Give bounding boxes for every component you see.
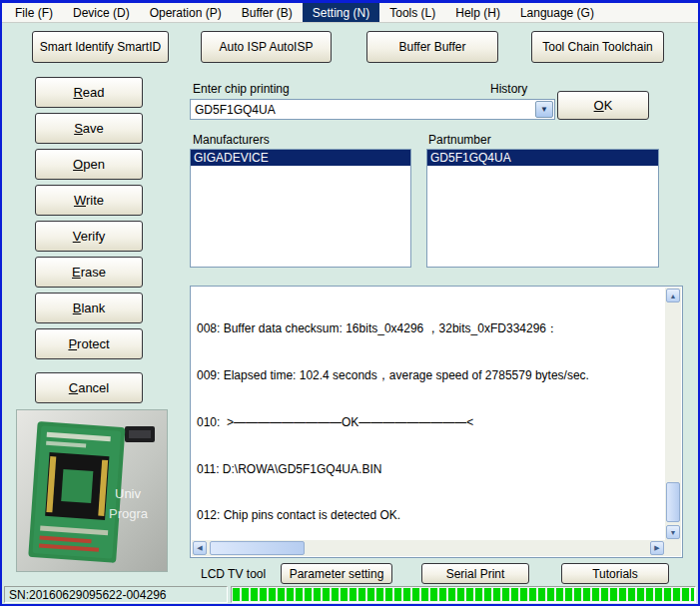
erase-button[interactable]: Erase [35, 257, 143, 288]
scroll-down-icon[interactable]: ▼ [666, 525, 680, 539]
menu-device[interactable]: Device (D) [63, 3, 140, 22]
scroll-left-icon[interactable]: ◀ [193, 541, 207, 555]
menu-file[interactable]: File (F) [5, 3, 63, 22]
manufacturer-item[interactable]: GIGADEVICE [191, 150, 410, 166]
chevron-down-icon: ▼ [540, 105, 548, 114]
partnumber-label: Partnumber [428, 133, 491, 147]
svg-text:Univ: Univ [115, 486, 142, 501]
ok-button[interactable]: OK [557, 91, 649, 120]
log-text: 008: Buffer data checksum: 16bits_0x4296… [193, 291, 664, 539]
serial-number-panel: SN:20160629095622-004296 [4, 586, 228, 603]
chip-combobox[interactable]: GD5F1GQ4UA ▼ [190, 99, 555, 120]
menu-buffer[interactable]: Buffer (B) [232, 3, 303, 22]
blank-button[interactable]: Blank [35, 293, 143, 323]
write-button[interactable]: Write [35, 185, 143, 216]
buffer-button[interactable]: Buffer Buffer [366, 31, 498, 63]
tool-chain-button[interactable]: Tool Chain Toolchain [531, 31, 664, 63]
ok-label: OK [558, 98, 648, 113]
log-horizontal-scrollbar[interactable]: ◀ ▶ [192, 540, 665, 556]
log-line: 010: >―――――――――OK―――――――――< [197, 415, 664, 431]
history-label: History [490, 82, 527, 96]
manufacturers-listbox[interactable]: GIGADEVICE [190, 149, 411, 268]
protect-label: Protect [36, 336, 142, 351]
log-line: 008: Buffer data checksum: 16bits_0x4296… [197, 321, 664, 337]
erase-label: Erase [36, 265, 142, 280]
serial-number-text: SN:20160629095622-004296 [9, 588, 166, 602]
cancel-button[interactable]: Cancel [35, 372, 143, 403]
enter-chip-label: Enter chip printing [193, 82, 290, 96]
cancel-label: Cancel [36, 380, 142, 395]
log-vertical-scrollbar[interactable]: ▲ ▼ [665, 288, 681, 540]
lcd-tv-tool-label: LCD TV tool [201, 567, 266, 581]
scroll-right-icon[interactable]: ▶ [650, 541, 664, 555]
log-panel[interactable]: 008: Buffer data checksum: 16bits_0x4296… [190, 286, 683, 558]
menu-help[interactable]: Help (H) [445, 3, 510, 22]
progress-bar [233, 588, 694, 601]
verify-button[interactable]: Verify [35, 221, 143, 252]
menu-bar: File (F) Device (D) Operation (P) Buffer… [2, 3, 698, 23]
parameter-setting-button[interactable]: Parameter setting [281, 563, 392, 584]
smart-identify-button[interactable]: Smart Identify SmartID [32, 31, 169, 63]
menu-operation[interactable]: Operation (P) [140, 3, 232, 22]
manufacturers-label: Manufacturers [193, 133, 270, 147]
protect-button[interactable]: Protect [35, 328, 143, 359]
save-label: Save [36, 121, 142, 136]
vertical-scroll-thumb[interactable] [666, 482, 680, 522]
menu-tools[interactable]: Tools (L) [379, 3, 445, 22]
write-label: Write [36, 193, 142, 208]
scrollbar-corner [665, 540, 681, 556]
programmer-window: File (F) Device (D) Operation (P) Buffer… [0, 0, 700, 606]
device-photo: Univ Progra [16, 409, 168, 572]
menu-language[interactable]: Language (G) [510, 3, 604, 22]
scroll-up-icon[interactable]: ▲ [666, 289, 680, 303]
serial-print-button[interactable]: Serial Print [421, 563, 529, 584]
partnumber-listbox[interactable]: GD5F1GQ4UA [426, 149, 659, 268]
blank-label: Blank [36, 301, 142, 315]
verify-label: Verify [36, 229, 142, 244]
horizontal-scroll-thumb[interactable] [210, 541, 305, 555]
log-line: 012: Chip pins contact is detected OK. [197, 508, 664, 524]
menu-setting[interactable]: Setting (N) [303, 3, 379, 22]
save-button[interactable]: Save [35, 113, 143, 144]
partnumber-item[interactable]: GD5F1GQ4UA [427, 150, 658, 166]
read-button[interactable]: Read [35, 77, 143, 108]
tutorials-button[interactable]: Tutorials [561, 563, 669, 584]
svg-text:Progra: Progra [109, 506, 149, 521]
auto-isp-button[interactable]: Auto ISP AutoISP [201, 31, 332, 63]
status-bar: SN:20160629095622-004296 [2, 585, 698, 604]
open-label: Open [36, 157, 142, 172]
progress-panel [231, 586, 696, 603]
open-button[interactable]: Open [35, 149, 143, 180]
chip-combobox-value: GD5F1GQ4UA [195, 103, 276, 117]
log-line: 011: D:\ROWA\GD5F1GQ4UA.BIN [197, 462, 664, 478]
combo-dropdown-button[interactable]: ▼ [535, 101, 553, 118]
read-label: Read [36, 85, 142, 100]
log-line: 009: Elapsed time: 102.4 seconds，average… [197, 368, 664, 384]
